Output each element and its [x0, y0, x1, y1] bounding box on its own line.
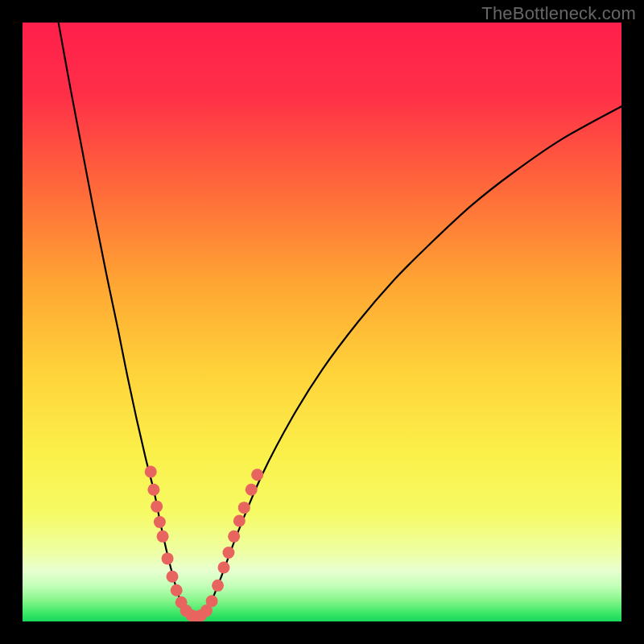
chart-frame: TheBottleneck.com: [0, 0, 644, 644]
marker-dot: [145, 466, 157, 478]
marker-dot: [162, 552, 174, 564]
plot-area: [23, 23, 621, 621]
marker-dots-group: [145, 466, 263, 622]
v-curve-line: [59, 23, 621, 617]
marker-dot: [238, 502, 250, 514]
bottleneck-curve: [23, 23, 621, 621]
marker-dot: [171, 584, 183, 597]
marker-dot: [222, 547, 234, 559]
marker-dot: [251, 469, 263, 481]
marker-dot: [233, 515, 246, 527]
marker-dot: [167, 571, 179, 583]
marker-dot: [147, 484, 159, 496]
marker-dot: [157, 530, 169, 543]
watermark-text: TheBottleneck.com: [481, 3, 636, 24]
marker-dot: [246, 484, 258, 496]
marker-dot: [151, 501, 163, 513]
marker-dot: [212, 580, 224, 592]
marker-dot: [206, 595, 218, 607]
marker-dot: [228, 530, 240, 543]
marker-dot: [154, 516, 166, 528]
marker-dot: [217, 562, 229, 574]
